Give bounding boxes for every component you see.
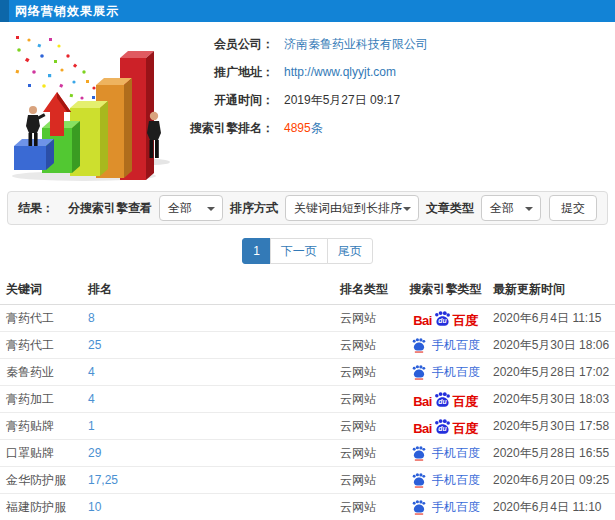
keyword-cell: 膏药加工	[6, 391, 88, 408]
bar-chart-clipart-image	[4, 30, 184, 182]
baidu-logo: Baidu百度	[413, 391, 478, 408]
rank-link[interactable]: 1	[88, 419, 95, 433]
mobile-baidu-icon	[411, 445, 427, 461]
svg-text:du: du	[438, 398, 447, 405]
last-page-button[interactable]: 尾页	[327, 238, 373, 264]
engine-rank-label: 搜索引擎排名：	[186, 120, 274, 137]
article-type-select[interactable]: 全部	[481, 195, 541, 221]
rank-type-cell: 云网站	[340, 310, 398, 327]
keyword-cell: 福建防护服	[6, 499, 88, 516]
mobile-baidu-icon	[411, 337, 427, 353]
engine-view-select[interactable]: 全部	[159, 195, 223, 221]
page: 网络营销效果展示	[0, 0, 615, 520]
rank-link[interactable]: 29	[88, 446, 101, 460]
next-page-button[interactable]: 下一页	[270, 238, 328, 264]
confetti-dots	[16, 36, 102, 104]
mobile-baidu-label: 手机百度	[432, 499, 480, 516]
rank-type-cell: 云网站	[340, 391, 398, 408]
open-time-label: 开通时间：	[186, 92, 274, 109]
filter-controls: 分搜索引擎查看 全部 排序方式 关键词由短到长排序 文章类型 全部 提交	[61, 195, 597, 221]
chevron-down-icon	[525, 207, 533, 211]
engine-rank-count: 4895	[284, 121, 311, 135]
mobile-baidu-icon	[411, 499, 427, 515]
rank-cell: 4	[88, 392, 340, 406]
rank-type-cell: 云网站	[340, 364, 398, 381]
titlebar-accent	[0, 0, 9, 22]
rank-type-cell: 云网站	[340, 472, 398, 489]
keyword-cell: 金华防护服	[6, 472, 88, 489]
engine-cell: 手机百度	[398, 337, 493, 354]
rank-cell: 10	[88, 500, 340, 514]
bar-chart-clipart	[0, 30, 186, 184]
filter-bar: 结果： 分搜索引擎查看 全部 排序方式 关键词由短到长排序 文章类型 全部 提交	[7, 191, 608, 225]
rank-type-cell: 云网站	[340, 337, 398, 354]
rank-type-cell: 云网站	[340, 499, 398, 516]
keyword-cell: 口罩贴牌	[6, 445, 88, 462]
rank-link[interactable]: 17,25	[88, 473, 118, 487]
baidu-logo: Baidu百度	[413, 418, 478, 435]
page-title: 网络营销效果展示	[15, 3, 119, 20]
keyword-cell: 秦鲁药业	[6, 364, 88, 381]
rank-cell: 1	[88, 419, 340, 433]
rank-cell: 29	[88, 446, 340, 460]
member-info: 会员公司： 济南秦鲁药业科技有限公司 推广地址： http://www.qlyy…	[186, 30, 428, 184]
rank-link[interactable]: 25	[88, 338, 101, 352]
rank-type-cell: 云网站	[340, 445, 398, 462]
keyword-cell: 膏药代工	[6, 310, 88, 327]
engine-cell: 手机百度	[398, 445, 493, 462]
submit-button[interactable]: 提交	[549, 195, 597, 221]
table-row: 秦鲁药业4云网站手机百度2020年5月28日 17:02	[0, 359, 615, 386]
engine-view-label: 分搜索引擎查看	[68, 200, 152, 217]
page-1-button[interactable]: 1	[242, 238, 271, 264]
sort-selected: 关键词由短到长排序	[294, 201, 402, 215]
table-row: 膏药代工25云网站手机百度2020年5月30日 18:06	[0, 332, 615, 359]
baidu-paw-icon: du	[433, 418, 452, 435]
updated-cell: 2020年5月30日 17:58	[493, 418, 615, 435]
results-table: 关键词 排名 排名类型 搜索引擎类型 最新更新时间 膏药代工8云网站Baidu百…	[0, 275, 615, 520]
chevron-down-icon	[207, 207, 215, 211]
rank-link[interactable]: 8	[88, 311, 95, 325]
window-titlebar: 网络营销效果展示	[0, 0, 615, 22]
engine-rank-row: 搜索引擎排名： 4895条	[186, 120, 428, 137]
rank-link[interactable]: 4	[88, 392, 95, 406]
engine-view-selected: 全部	[168, 201, 192, 215]
open-time-value: 2019年5月27日 09:17	[284, 92, 400, 109]
result-label: 结果：	[18, 200, 54, 217]
header-engine-type: 搜索引擎类型	[398, 281, 493, 298]
sort-select[interactable]: 关键词由短到长排序	[285, 195, 419, 221]
engine-rank-unit: 条	[311, 121, 323, 135]
promo-url-link[interactable]: http://www.qlyyjt.com	[284, 64, 396, 81]
baidu-logo: Baidu百度	[413, 310, 478, 327]
header-updated: 最新更新时间	[493, 281, 615, 298]
engine-cell: Baidu百度	[398, 391, 493, 408]
mobile-baidu-icon	[411, 364, 427, 380]
engine-cell: Baidu百度	[398, 418, 493, 435]
table-header-row: 关键词 排名 排名类型 搜索引擎类型 最新更新时间	[0, 275, 615, 305]
engine-cell: Baidu百度	[398, 310, 493, 327]
rank-type-cell: 云网站	[340, 418, 398, 435]
member-company-row: 会员公司： 济南秦鲁药业科技有限公司	[186, 36, 428, 53]
member-company-link[interactable]: 济南秦鲁药业科技有限公司	[284, 36, 428, 53]
article-type-label: 文章类型	[426, 200, 474, 217]
rank-cell: 4	[88, 365, 340, 379]
open-time-row: 开通时间： 2019年5月27日 09:17	[186, 92, 428, 109]
rank-cell: 25	[88, 338, 340, 352]
rank-link[interactable]: 4	[88, 365, 95, 379]
svg-text:du: du	[438, 317, 447, 324]
engine-rank-value: 4895条	[284, 120, 323, 137]
table-body: 膏药代工8云网站Baidu百度2020年6月4日 11:15膏药代工25云网站手…	[0, 305, 615, 520]
promo-url-label: 推广地址：	[186, 64, 274, 81]
keyword-cell: 膏药贴牌	[6, 418, 88, 435]
pagination: 1 下一页 尾页	[0, 238, 615, 264]
updated-cell: 2020年6月4日 11:10	[493, 499, 615, 516]
svg-text:du: du	[438, 425, 447, 432]
sort-label: 排序方式	[230, 200, 278, 217]
rank-cell: 17,25	[88, 473, 340, 487]
engine-cell: 手机百度	[398, 499, 493, 516]
table-row: 福建防护服10云网站手机百度2020年6月4日 11:10	[0, 494, 615, 520]
table-row: 金华防护服17,25云网站手机百度2020年6月20日 09:25	[0, 467, 615, 494]
engine-cell: 手机百度	[398, 364, 493, 381]
rank-link[interactable]: 10	[88, 500, 101, 514]
header-rank: 排名	[88, 281, 340, 298]
updated-cell: 2020年5月30日 18:06	[493, 337, 615, 354]
